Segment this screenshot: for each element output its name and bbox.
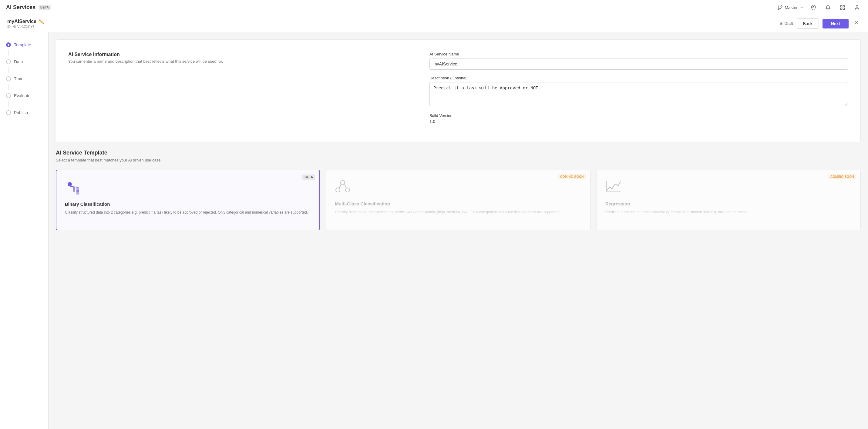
service-info: myAIService ✏️ ID: NHVLGZXPY5	[7, 19, 44, 29]
grid-button[interactable]	[838, 3, 847, 12]
build-version-group: Build Version 1.0	[429, 113, 848, 124]
service-info-title: AI Service Information	[68, 52, 417, 57]
service-id: ID: NHVLGZXPY5	[7, 25, 44, 29]
close-icon	[854, 20, 860, 26]
service-info-card: AI Service Information You can enter a n…	[56, 39, 861, 142]
multiclass-desc: Classify data into 2+ categories, e.g. p…	[335, 209, 581, 215]
svg-line-22	[344, 185, 346, 188]
main-content: AI Service Information You can enter a n…	[49, 32, 868, 429]
regression-desc: Predict a numerical outcome variable (y)…	[606, 209, 852, 215]
close-button[interactable]	[852, 19, 861, 29]
step-circle-template	[6, 42, 11, 47]
build-version-label: Build Version	[429, 113, 848, 118]
sidebar-connector-4	[8, 101, 9, 107]
app-title: AI Services	[6, 4, 35, 10]
branch-selector[interactable]: Master	[777, 5, 804, 10]
top-navigation: AI Services BETA Master	[0, 0, 868, 15]
binary-icon	[65, 179, 311, 195]
regression-icon	[606, 178, 621, 194]
sidebar-item-train[interactable]: Train	[0, 73, 48, 84]
app-title-area: AI Services BETA	[6, 4, 51, 10]
draft-status: Draft	[780, 21, 793, 26]
template-card-multiclass: COMING SOON Multi-Class Classification C…	[326, 170, 590, 230]
multiclass-classification-icon	[335, 178, 350, 194]
svg-point-1	[781, 5, 782, 7]
chevron-down-icon	[800, 5, 804, 10]
svg-point-20	[345, 188, 350, 192]
svg-point-16	[73, 190, 75, 192]
location-button[interactable]	[809, 3, 818, 12]
binary-classification-icon	[65, 179, 81, 195]
user-button[interactable]	[852, 3, 862, 12]
multiclass-name: Multi-Class Classification	[335, 201, 581, 206]
build-version-value: 1.0	[429, 119, 848, 124]
binary-name: Binary Classification	[65, 201, 311, 207]
service-name: myAIService	[7, 19, 36, 24]
service-name-input[interactable]	[429, 58, 848, 70]
bell-button[interactable]	[823, 3, 833, 12]
template-card-binary[interactable]: BETA Binary Classifica	[56, 170, 320, 230]
sub-header-actions: Draft Back Next	[780, 19, 861, 29]
beta-badge: BETA	[38, 5, 51, 10]
sidebar-connector-1	[8, 50, 9, 56]
sidebar-item-data[interactable]: Data	[0, 56, 48, 67]
git-branch-icon	[777, 5, 783, 10]
sidebar-item-evaluate[interactable]: Evaluate	[0, 90, 48, 101]
description-group: Description (Optional) Predict if a task…	[429, 76, 848, 107]
step-circle-evaluate	[6, 93, 11, 98]
regression-name: Regression	[606, 201, 852, 206]
multiclass-icon	[335, 178, 581, 195]
sidebar-item-label-publish: Publish	[14, 110, 28, 115]
sidebar-connector-2	[8, 67, 9, 73]
sidebar-item-label-evaluate: Evaluate	[14, 93, 30, 98]
location-icon	[811, 5, 816, 10]
svg-point-3	[813, 6, 814, 8]
description-textarea[interactable]: Predict if a task will be Approved or NO…	[429, 82, 848, 106]
svg-rect-12	[73, 187, 75, 190]
svg-rect-5	[843, 5, 845, 7]
template-section-title: AI Service Template	[56, 150, 861, 156]
service-name-group: AI Service Name	[429, 52, 848, 70]
user-icon	[854, 5, 860, 10]
sidebar-connector-3	[8, 84, 9, 90]
svg-point-17	[76, 190, 79, 192]
draft-label: Draft	[784, 21, 793, 26]
service-info-desc: You can enter a name and description tha…	[68, 59, 417, 64]
description-label: Description (Optional)	[429, 76, 848, 80]
sidebar-item-label-data: Data	[14, 59, 23, 64]
sidebar-item-label-template: Template	[14, 42, 31, 47]
sidebar-item-publish[interactable]: Publish	[0, 107, 48, 118]
multiclass-badge: COMING SOON	[558, 174, 586, 179]
sub-header: myAIService ✏️ ID: NHVLGZXPY5 Draft Back…	[0, 15, 868, 32]
svg-point-19	[336, 188, 340, 192]
service-name-row: myAIService ✏️	[7, 19, 44, 24]
top-nav-controls: Master	[777, 3, 862, 12]
svg-line-21	[339, 185, 341, 188]
sidebar: Template Data Train Evaluate Publish	[0, 32, 49, 429]
template-grid: BETA Binary Classifica	[56, 170, 861, 230]
template-section: AI Service Template Select a template th…	[56, 150, 861, 230]
grid-icon	[840, 5, 845, 10]
binary-badge: BETA	[302, 174, 315, 180]
sidebar-item-label-train: Train	[14, 76, 23, 81]
svg-point-8	[856, 5, 858, 7]
bell-icon	[825, 5, 831, 10]
svg-point-18	[341, 180, 345, 185]
branch-name: Master	[784, 5, 798, 10]
binary-desc: Classify structured data into 2 categori…	[65, 210, 311, 215]
step-circle-train	[6, 76, 11, 81]
template-card-regression: COMING SOON Regression Predict a numeric…	[596, 170, 861, 230]
back-button[interactable]: Back	[797, 19, 819, 29]
svg-rect-7	[840, 8, 842, 9]
svg-point-11	[68, 182, 72, 186]
sidebar-item-template[interactable]: Template	[0, 39, 48, 50]
edit-service-name-icon[interactable]: ✏️	[39, 19, 44, 24]
svg-rect-6	[843, 8, 845, 9]
svg-rect-4	[840, 5, 842, 7]
regression-icon	[606, 178, 852, 195]
next-button[interactable]: Next	[823, 19, 848, 29]
form-right: AI Service Name Description (Optional) P…	[429, 52, 848, 130]
template-section-desc: Select a template that best matches your…	[56, 158, 861, 162]
form-left: AI Service Information You can enter a n…	[68, 52, 417, 130]
regression-badge: COMING SOON	[828, 174, 856, 179]
